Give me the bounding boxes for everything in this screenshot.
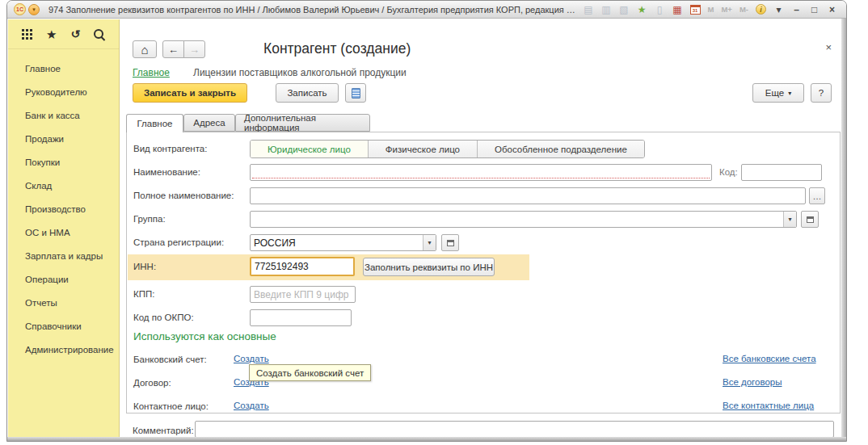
group-value — [251, 212, 783, 227]
group-label: Группа: — [133, 211, 166, 228]
code-input[interactable] — [741, 164, 822, 181]
show-in-list-button[interactable] — [345, 83, 366, 103]
search-icon[interactable] — [92, 27, 107, 41]
sidebar-item-warehouse[interactable]: Склад — [8, 174, 119, 198]
full-name-label: Полное наименование: — [133, 187, 234, 204]
all-bank-accounts-link[interactable]: Все банковские счета — [723, 354, 816, 363]
create-bank-account-link[interactable]: Создать — [234, 354, 269, 363]
kind-option-separate-division[interactable]: Обособленное подразделение — [477, 141, 644, 157]
document-icon[interactable]: ▯ — [652, 2, 668, 17]
open-window-icon — [807, 216, 814, 223]
sidebar-item-reports[interactable]: Отчеты — [8, 292, 119, 315]
forward-button[interactable]: → — [183, 40, 205, 58]
page-title: Контрагент (создание) — [263, 40, 411, 57]
tab-main[interactable]: Главное — [126, 114, 183, 132]
sidebar-item-operations[interactable]: Операции — [8, 268, 119, 292]
help-button[interactable]: ? — [811, 83, 832, 103]
all-contracts-link[interactable]: Все договоры — [723, 377, 782, 387]
more-label: Еще — [765, 88, 784, 98]
sidebar-item-sales[interactable]: Продажи — [8, 128, 119, 151]
calculator-icon[interactable]: ▦ — [670, 2, 685, 17]
back-icon: ← — [168, 44, 179, 55]
more-button[interactable]: Еще▾ — [752, 83, 804, 103]
window-bottom-edge — [7, 437, 846, 441]
back-button[interactable]: ← — [162, 40, 184, 58]
sidebar-item-bank-cash[interactable]: Банк и касса — [8, 104, 119, 128]
sidebar-item-manager[interactable]: Руководителю — [8, 81, 119, 104]
kind-option-legal-entity[interactable]: Юридическое лицо — [251, 141, 368, 157]
form-panel: Вид контрагента: Юридическое лицо Физиче… — [126, 132, 841, 414]
close-window-button[interactable]: × — [824, 2, 840, 17]
form-area: ⌂ ← → Контрагент (создание) × Главное Ли… — [120, 19, 841, 437]
country-open-button[interactable] — [441, 234, 459, 251]
titlebar-chevron-icon[interactable]: ▾ — [771, 2, 786, 17]
inn-input[interactable] — [250, 257, 355, 276]
tab-addresses[interactable]: Адреса — [183, 114, 235, 132]
tooltip-create-bank-account: Создать банковский счет — [249, 364, 371, 381]
sidebar-item-directories[interactable]: Справочники — [8, 315, 119, 338]
comment-row: Комментарий: — [120, 421, 841, 439]
sidebar-item-salary-hr[interactable]: Зарплата и кадры — [8, 245, 119, 268]
titlebar: 1С ▾ 974 Заполнение реквизитов контраген… — [7, 1, 846, 19]
memory-m-minus-button[interactable]: M- — [737, 2, 751, 17]
calendar-icon[interactable]: 31 — [688, 2, 703, 17]
nav-subtitle[interactable]: Лицензии поставщиков алкогольной продукц… — [193, 67, 407, 78]
memory-m-plus-button[interactable]: M+ — [718, 2, 734, 17]
chevron-down-icon: ▾ — [788, 90, 791, 97]
info-glyph: i — [756, 4, 766, 15]
maximize-button[interactable]: □ — [807, 2, 822, 17]
group-combobox[interactable]: ▾ — [250, 211, 797, 228]
inn-label: ИНН: — [133, 258, 156, 275]
stack-icon — [352, 88, 360, 99]
kpp-label: КПП: — [133, 286, 154, 303]
country-combobox[interactable]: РОССИЯ ▾ — [250, 234, 436, 251]
contract-label: Договор: — [133, 375, 171, 392]
save-icon[interactable]: ▤ — [581, 2, 596, 17]
open-window-icon — [447, 240, 454, 246]
tab-additional-info[interactable]: Дополнительная информация — [235, 114, 370, 132]
favorites-icon[interactable]: ★ — [634, 2, 650, 17]
window-title: 974 Заполнение реквизитов контрагентов п… — [48, 5, 576, 15]
minimize-button[interactable]: – — [789, 2, 804, 17]
code-label: Код: — [719, 164, 738, 181]
okpo-input[interactable] — [250, 309, 352, 326]
favorites-star-icon[interactable]: ★ — [44, 27, 59, 41]
full-name-ellipsis-button[interactable]: … — [809, 187, 825, 204]
full-name-input[interactable] — [250, 187, 806, 204]
save-button[interactable]: Записать — [276, 83, 339, 103]
sidebar-item-administration[interactable]: Администрирование — [8, 338, 119, 362]
print-preview-icon[interactable]: ▧ — [617, 2, 632, 17]
nav-link-main[interactable]: Главное — [133, 67, 170, 78]
app-window: 1С ▾ 974 Заполнение реквизитов контраген… — [6, 0, 847, 442]
sidebar-item-production[interactable]: Производство — [8, 198, 119, 221]
comment-input[interactable] — [195, 421, 834, 438]
okpo-label: Код по ОКПО: — [133, 309, 194, 326]
group-open-button[interactable] — [801, 211, 819, 228]
create-contact-person-link[interactable]: Создать — [234, 401, 269, 410]
sidebar-item-fixed-assets[interactable]: ОС и НМА — [8, 221, 119, 245]
home-icon: ⌂ — [141, 44, 148, 56]
contact-person-label: Контактное лицо: — [133, 398, 209, 415]
fill-by-inn-button[interactable]: Заполнить реквизиты по ИНН — [363, 258, 495, 276]
country-dropdown-icon[interactable]: ▾ — [423, 235, 436, 250]
close-form-icon[interactable]: × — [825, 42, 832, 52]
group-dropdown-icon[interactable]: ▾ — [783, 212, 796, 227]
sidebar-toolbar: ★ ↺ — [8, 19, 119, 49]
print-icon[interactable]: ▥ — [599, 2, 614, 17]
history-icon[interactable]: ↺ — [68, 27, 82, 41]
sections-menu-icon[interactable] — [20, 27, 35, 41]
kind-option-individual[interactable]: Физическое лицо — [368, 141, 477, 157]
home-button[interactable]: ⌂ — [133, 40, 157, 58]
kpp-input[interactable] — [250, 286, 356, 303]
name-input[interactable] — [250, 164, 712, 181]
defaults-section-heading: Используются как основные — [133, 330, 276, 342]
info-icon[interactable]: i — [753, 2, 769, 17]
all-contact-persons-link[interactable]: Все контактные лица — [723, 401, 814, 410]
main-menu-button[interactable]: ▾ — [28, 4, 40, 15]
sidebar-item-main[interactable]: Главное — [8, 57, 119, 81]
save-and-close-button[interactable]: Записать и закрыть — [133, 83, 247, 103]
calendar-day: 31 — [690, 5, 701, 15]
sidebar-item-purchases[interactable]: Покупки — [8, 151, 119, 174]
memory-m-button[interactable]: M — [706, 2, 717, 17]
name-label: Наименование: — [133, 164, 200, 181]
